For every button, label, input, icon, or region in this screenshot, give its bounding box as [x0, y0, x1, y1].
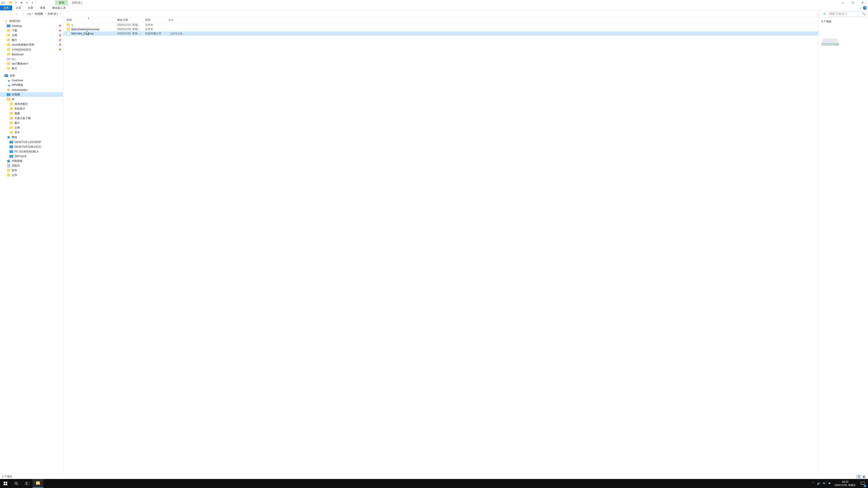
- nav-child-item[interactable]: PC-20190530OBLA: [0, 149, 63, 154]
- nav-label: 图片: [14, 121, 20, 125]
- cell-name: 1: [63, 23, 114, 27]
- nav-desktop-item[interactable]: 此电脑: [0, 92, 63, 97]
- help-icon[interactable]: ?: [863, 6, 867, 10]
- file-row[interactable]: Win7x64_2020.iso 2020/12/25, 星期五 1... 光盘…: [63, 31, 818, 36]
- col-header-type[interactable]: 类型: [142, 18, 165, 22]
- file-row[interactable]: BaiduNetdiskDownload 2020/12/25, 星期五 1..…: [63, 27, 818, 31]
- breadcrumb-segment[interactable]: 此电脑: [34, 11, 44, 16]
- pin-icon: 📌: [59, 34, 61, 37]
- chevron-right-icon[interactable]: ›: [45, 12, 46, 15]
- taskbar[interactable]: ˄ 🔊 中 ⚑ 16:32 2020/12/25, 星期五 3: [0, 479, 868, 488]
- action-center-button[interactable]: 3: [858, 479, 867, 488]
- nav-desktop-item[interactable]: 控制面板: [0, 159, 63, 163]
- nav-up-button[interactable]: ↑: [20, 11, 26, 17]
- nav-quickaccess-item[interactable]: win7重装win7: [0, 61, 63, 66]
- nav-child-item[interactable]: 本机照片: [0, 106, 63, 111]
- nav-desktop-item[interactable]: 软件: [0, 168, 63, 173]
- navigation-pane[interactable]: ★ 快速访问 Desktop📌下载📌文档📌图片📌excel表格制作求和📌YUNQ…: [0, 18, 63, 474]
- nav-back-button[interactable]: ←: [1, 11, 7, 17]
- nav-child-item[interactable]: 音乐: [0, 130, 63, 135]
- net-icon: [7, 135, 10, 139]
- qa-close-icon[interactable]: ✖: [19, 0, 24, 5]
- svg-rect-9: [25, 482, 26, 485]
- nav-child-item[interactable]: 文档: [0, 125, 63, 130]
- taskbar-clock[interactable]: 16:32 2020/12/25, 星期五: [832, 480, 858, 487]
- nav-quickaccess-item[interactable]: 图片📌: [0, 38, 63, 42]
- maximize-button[interactable]: ☐: [848, 0, 858, 5]
- nav-desktop-item[interactable]: 文件: [0, 173, 63, 177]
- breadcrumb-segment[interactable]: 文档 (E:): [46, 11, 59, 16]
- file-list[interactable]: 名称 ▲ 修改日期 类型 大小 1 2020/12/15, 星期二 1... 文…: [63, 18, 818, 474]
- qa-settings-icon[interactable]: ⚙: [25, 0, 29, 5]
- col-header-size[interactable]: 大小: [165, 18, 185, 22]
- nav-quickaccess-item[interactable]: YUNQISHI2019📌: [0, 47, 63, 52]
- tray-security-icon[interactable]: ⚑: [827, 479, 832, 488]
- nav-history-dropdown[interactable]: ▾: [14, 11, 20, 17]
- col-header-name[interactable]: 名称 ▲: [63, 18, 114, 22]
- nav-quickaccess-item[interactable]: 文档📌: [0, 33, 63, 38]
- file-name: BaiduNetdiskDownload: [71, 28, 99, 31]
- tray-ime-icon[interactable]: 中: [822, 479, 827, 488]
- nav-child-item[interactable]: 保存的图片: [0, 102, 63, 106]
- nav-quickaccess-item[interactable]: 下载📌: [0, 28, 63, 33]
- nav-child-item[interactable]: 图片: [0, 121, 63, 125]
- tray-overflow-icon[interactable]: ˄: [811, 479, 816, 488]
- qa-dropdown-icon[interactable]: ▾: [30, 0, 35, 5]
- nav-quickaccess-item[interactable]: G:\: [0, 57, 63, 61]
- start-button[interactable]: [0, 479, 11, 488]
- nav-child-item[interactable]: ZMT2019: [0, 154, 63, 159]
- ribbon-tab-drivetools[interactable]: 驱动器工具: [49, 5, 69, 10]
- nav-child-item[interactable]: DESKTOP-LSSOEDP: [0, 140, 63, 144]
- nav-child-item[interactable]: 天翼云盘下载: [0, 116, 63, 121]
- taskbar-explorer-button[interactable]: [33, 479, 43, 488]
- col-header-date[interactable]: 修改日期: [114, 18, 142, 22]
- chevron-right-icon[interactable]: ›: [60, 12, 61, 15]
- view-details-button[interactable]: ☰: [856, 475, 861, 479]
- minimize-button[interactable]: —: [838, 0, 848, 5]
- ribbon-tab-file[interactable]: 文件: [0, 5, 12, 10]
- address-dropdown-icon[interactable]: ⌄: [816, 12, 821, 15]
- nav-quickaccess-item[interactable]: Desktop📌: [0, 24, 63, 28]
- nav-desktop-item[interactable]: Administrator: [0, 88, 63, 92]
- qa-check-icon[interactable]: ✔: [14, 0, 18, 5]
- nav-quickaccess-item[interactable]: Bandicam: [0, 52, 63, 57]
- close-button[interactable]: ✕: [858, 0, 868, 5]
- nav-child-item[interactable]: DESKTOP-NJEU3CG: [0, 144, 63, 149]
- nav-desktop-item[interactable]: ☁WPS网盘: [0, 83, 63, 88]
- file-row[interactable]: 1 2020/12/15, 星期二 1... 文件夹: [63, 23, 818, 27]
- search-placeholder: 搜索"文档 (E:)": [829, 12, 847, 16]
- task-view-button[interactable]: [22, 479, 33, 488]
- folder-icon: [7, 62, 10, 66]
- ribbon-tab-home[interactable]: 主页: [12, 5, 24, 10]
- nav-quickaccess-item[interactable]: 图片: [0, 66, 63, 71]
- chevron-right-icon[interactable]: ›: [32, 12, 33, 15]
- view-thumbnails-button[interactable]: ▦: [861, 475, 866, 479]
- nav-child-item[interactable]: 视频: [0, 111, 63, 116]
- nav-quickaccess-item[interactable]: excel表格制作求和📌: [0, 42, 63, 47]
- nav-desktop-item[interactable]: ☁OneDrive: [0, 78, 63, 83]
- nav-quick-access[interactable]: ★ 快速访问: [0, 19, 63, 24]
- qa-properties-icon[interactable]: [8, 0, 13, 5]
- refresh-button[interactable]: ⟳: [822, 12, 827, 15]
- ribbon-tab-share[interactable]: 共享: [24, 5, 37, 10]
- folder-icon: [9, 121, 13, 125]
- taskbar-search-button[interactable]: [11, 479, 22, 488]
- pin-icon: 📌: [59, 43, 61, 46]
- ribbon-tab-view[interactable]: 查看: [37, 5, 49, 10]
- folder-icon: [7, 173, 10, 177]
- search-input[interactable]: 搜索"文档 (E:)" 🔍: [828, 11, 867, 17]
- ribbon-expand-icon[interactable]: ⌄: [860, 6, 862, 9]
- file-icon: [66, 32, 70, 35]
- svg-marker-0: [822, 39, 839, 43]
- nav-desktop-item[interactable]: 库: [0, 97, 63, 102]
- nav-forward-button[interactable]: →: [8, 11, 13, 17]
- nav-desktop-item[interactable]: 回收站: [0, 163, 63, 168]
- tray-volume-icon[interactable]: 🔊: [816, 479, 822, 488]
- breadcrumb[interactable]: › 此电脑 › 文档 (E:) ›: [27, 11, 61, 16]
- nav-label: 文档: [14, 126, 20, 130]
- nav-desktop[interactable]: 桌面: [0, 73, 63, 78]
- nav-desktop-item[interactable]: 网络: [0, 135, 63, 140]
- search-icon[interactable]: 🔍: [862, 12, 866, 15]
- system-tray: ˄ 🔊 中 ⚑ 16:32 2020/12/25, 星期五 3: [811, 479, 868, 488]
- nav-label: 此电脑: [12, 93, 20, 96]
